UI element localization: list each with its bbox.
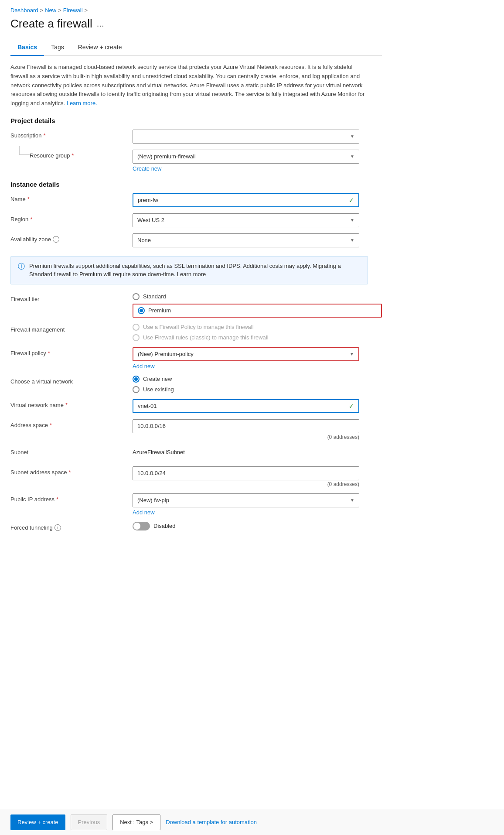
firewall-tier-premium[interactable]: Premium bbox=[138, 307, 171, 314]
mgmt-classic-radio bbox=[133, 334, 140, 341]
subnet-row: Subnet AzureFirewallSubnet bbox=[10, 446, 382, 460]
forced-tunneling-toggle[interactable] bbox=[133, 522, 150, 530]
mgmt-policy-option: Use a Firewall Policy to manage this fir… bbox=[133, 324, 382, 331]
public-ip-control: (New) fw-pip ▼ Add new bbox=[133, 493, 382, 516]
subscription-dropdown[interactable]: ▼ bbox=[133, 130, 359, 144]
breadcrumb-firewall[interactable]: Firewall bbox=[63, 7, 83, 14]
availability-zone-control: None ▼ bbox=[133, 233, 382, 247]
use-existing-radio[interactable] bbox=[133, 386, 140, 393]
resource-group-control: (New) premium-firewall ▼ Create new bbox=[133, 150, 382, 172]
download-template-link[interactable]: Download a template for automation bbox=[166, 815, 257, 829]
address-space-label: Address space * bbox=[10, 419, 133, 428]
choose-vnet-control: Create new Use existing bbox=[133, 376, 382, 393]
page-title: Create a firewall ... bbox=[10, 17, 382, 31]
availability-zone-dropdown[interactable]: None ▼ bbox=[133, 233, 359, 247]
rg-arrow-icon: ▼ bbox=[350, 154, 354, 159]
vnet-radio-group: Create new Use existing bbox=[133, 376, 382, 393]
forced-tunneling-toggle-container: Disabled bbox=[133, 522, 382, 530]
tab-basics[interactable]: Basics bbox=[10, 39, 44, 56]
breadcrumb-dashboard[interactable]: Dashboard bbox=[10, 7, 38, 14]
premium-radio[interactable] bbox=[138, 307, 145, 314]
mgmt-classic-label: Use Firewall rules (classic) to manage t… bbox=[143, 334, 269, 341]
address-space-required: * bbox=[50, 422, 52, 428]
resource-group-label: Resource group * bbox=[30, 150, 133, 159]
public-ip-dropdown[interactable]: (New) fw-pip ▼ bbox=[133, 493, 359, 507]
availability-zone-info-icon[interactable]: i bbox=[53, 236, 59, 243]
add-new-pip-link[interactable]: Add new bbox=[133, 509, 155, 516]
firewall-tier-radio-group: Standard Premium bbox=[133, 293, 382, 318]
public-ip-label: Public IP address * bbox=[10, 493, 133, 503]
subscription-row: Subscription * ▼ bbox=[10, 130, 382, 144]
region-dropdown[interactable]: West US 2 ▼ bbox=[133, 213, 359, 227]
resource-group-dropdown[interactable]: (New) premium-firewall ▼ bbox=[133, 150, 359, 164]
toggle-knob bbox=[133, 523, 140, 530]
az-arrow-icon: ▼ bbox=[350, 238, 354, 243]
subnet-control: AzureFirewallSubnet bbox=[133, 446, 382, 455]
subnet-address-space-control: 10.0.0.0/24 (0 addresses) bbox=[133, 466, 382, 487]
project-details-section: Project details bbox=[10, 117, 382, 124]
name-check-icon: ✓ bbox=[349, 197, 354, 204]
region-row: Region * West US 2 ▼ bbox=[10, 213, 382, 227]
breadcrumb-new[interactable]: New bbox=[45, 7, 56, 14]
firewall-tier-row: Firewall tier Standard bbox=[10, 293, 382, 318]
resource-group-row: Resource group * (New) premium-firewall … bbox=[10, 150, 382, 172]
vnet-name-label: Virtual network name * bbox=[10, 399, 133, 408]
forced-tunneling-state: Disabled bbox=[153, 523, 176, 529]
availability-zone-label: Availability zone i bbox=[10, 233, 133, 243]
vnet-name-row: Virtual network name * vnet-01 ✓ bbox=[10, 399, 382, 413]
vnet-name-required: * bbox=[65, 402, 68, 408]
bottom-bar: Review + create Previous Next : Tags > D… bbox=[0, 809, 504, 835]
instance-details-section: Instance details bbox=[10, 181, 382, 188]
address-space-input[interactable]: 10.0.0.0/16 bbox=[133, 419, 359, 433]
mgmt-policy-radio bbox=[133, 324, 140, 331]
policy-required: * bbox=[48, 350, 50, 356]
subscription-arrow-icon: ▼ bbox=[350, 134, 354, 139]
standard-label: Standard bbox=[143, 293, 166, 300]
firewall-management-control: Use a Firewall Policy to manage this fir… bbox=[133, 324, 382, 341]
vnet-create-new[interactable]: Create new bbox=[133, 376, 382, 383]
create-new-dot bbox=[134, 377, 138, 381]
firewall-policy-dropdown[interactable]: (New) Premium-policy ▼ bbox=[133, 347, 359, 361]
firewall-tier-standard[interactable]: Standard bbox=[133, 293, 382, 300]
name-required: * bbox=[27, 196, 30, 202]
vnet-name-control: vnet-01 ✓ bbox=[133, 399, 382, 413]
subnet-as-required: * bbox=[68, 469, 71, 476]
policy-arrow-icon: ▼ bbox=[350, 352, 354, 356]
subnet-address-space-input[interactable]: 10.0.0.0/24 bbox=[133, 466, 359, 480]
tab-review-create[interactable]: Review + create bbox=[71, 39, 129, 56]
name-input[interactable]: prem-fw ✓ bbox=[133, 193, 359, 207]
forced-tunneling-info-icon[interactable]: i bbox=[54, 524, 61, 531]
create-new-rg-link[interactable]: Create new bbox=[133, 165, 161, 172]
page-title-ellipsis[interactable]: ... bbox=[97, 19, 104, 29]
firewall-tier-label: Firewall tier bbox=[10, 293, 133, 302]
mgmt-policy-label: Use a Firewall Policy to manage this fir… bbox=[143, 324, 254, 330]
region-arrow-icon: ▼ bbox=[350, 218, 354, 222]
create-new-radio[interactable] bbox=[133, 376, 140, 383]
subscription-control: ▼ bbox=[133, 130, 382, 144]
review-create-button[interactable]: Review + create bbox=[10, 814, 65, 830]
previous-button[interactable]: Previous bbox=[71, 814, 108, 830]
firewall-policy-row: Firewall policy * (New) Premium-policy ▼… bbox=[10, 347, 382, 370]
name-control: prem-fw ✓ bbox=[133, 193, 382, 207]
breadcrumb: Dashboard > New > Firewall > bbox=[10, 7, 382, 14]
vnet-use-existing[interactable]: Use existing bbox=[133, 386, 382, 393]
premium-label: Premium bbox=[148, 307, 171, 314]
subnet-address-space-row: Subnet address space * 10.0.0.0/24 (0 ad… bbox=[10, 466, 382, 487]
address-space-control: 10.0.0.0/16 (0 addresses) bbox=[133, 419, 382, 440]
indent-line bbox=[19, 146, 30, 155]
add-new-policy-link[interactable]: Add new bbox=[133, 363, 155, 370]
next-button[interactable]: Next : Tags > bbox=[112, 814, 160, 830]
firewall-policy-control: (New) Premium-policy ▼ Add new bbox=[133, 347, 382, 370]
tab-tags[interactable]: Tags bbox=[44, 39, 71, 56]
region-label: Region * bbox=[10, 213, 133, 222]
vnet-name-input[interactable]: vnet-01 ✓ bbox=[133, 399, 359, 413]
firewall-management-row: Firewall management Use a Firewall Polic… bbox=[10, 324, 382, 341]
rg-required: * bbox=[72, 152, 74, 159]
name-row: Name * prem-fw ✓ bbox=[10, 193, 382, 207]
subnet-value: AzureFirewallSubnet bbox=[133, 446, 382, 455]
subnet-address-space-label: Subnet address space * bbox=[10, 466, 133, 476]
learn-more-link[interactable]: Learn more. bbox=[67, 100, 97, 106]
standard-radio[interactable] bbox=[133, 293, 140, 300]
firewall-management-label: Firewall management bbox=[10, 324, 133, 333]
public-ip-row: Public IP address * (New) fw-pip ▼ Add n… bbox=[10, 493, 382, 516]
